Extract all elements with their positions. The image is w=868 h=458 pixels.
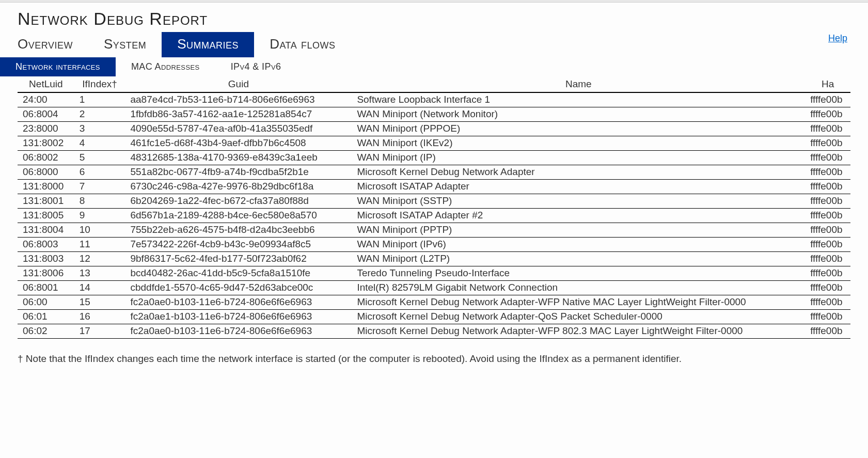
cell-name: Microsoft ISATAP Adapter #2 <box>352 209 805 223</box>
cell-netluid: 131:8001 <box>18 194 74 209</box>
help-link[interactable]: Help <box>828 32 850 44</box>
cell-guid: 461fc1e5-d68f-43b4-9aef-dfbb7b6c4508 <box>125 136 352 151</box>
cell-ifindex: 3 <box>74 122 125 136</box>
table-row[interactable]: 06:8003117e573422-226f-4cb9-b43c-9e09934… <box>18 238 850 252</box>
col-guid[interactable]: Guid <box>125 77 352 92</box>
cell-ifindex: 7 <box>74 180 125 194</box>
cell-ifindex: 8 <box>74 194 125 209</box>
tab-summaries[interactable]: Summaries <box>162 32 254 57</box>
cell-ifindex: 2 <box>74 107 125 122</box>
table-row[interactable]: 06:800114cbddfde1-5570-4c65-9d47-52d63ab… <box>18 281 850 295</box>
cell-ifindex: 5 <box>74 151 125 165</box>
cell-guid: 6730c246-c98a-427e-9976-8b29dbc6f18a <box>125 180 352 194</box>
tab-overview[interactable]: Overview <box>18 32 88 57</box>
subtab-mac-addresses[interactable]: MAC Addresses <box>116 57 215 76</box>
cell-name: WAN Miniport (L2TP) <box>352 252 805 266</box>
table-row[interactable]: 131:800410755b22eb-a626-4575-b4f8-d2a4bc… <box>18 223 850 238</box>
cell-guid: 7e573422-226f-4cb9-b43c-9e09934af8c5 <box>125 238 352 252</box>
table-row[interactable]: 131:800076730c246-c98a-427e-9976-8b29dbc… <box>18 180 850 194</box>
cell-ifindex: 6 <box>74 165 125 180</box>
table-row[interactable]: 131:800596d567b1a-2189-4288-b4ce-6ec580e… <box>18 209 850 223</box>
cell-ifindex: 4 <box>74 136 125 151</box>
cell-ifindex: 1 <box>74 92 125 107</box>
table-row[interactable]: 06:0015fc2a0ae0-b103-11e6-b724-806e6f6e6… <box>18 295 850 310</box>
cell-ha: ffffe00b <box>805 281 850 295</box>
cell-name: Software Loopback Interface 1 <box>352 92 805 107</box>
cell-ha: ffffe00b <box>805 310 850 324</box>
cell-guid: fc2a0ae0-b103-11e6-b724-806e6f6e6963 <box>125 295 352 310</box>
cell-ha: ffffe00b <box>805 165 850 180</box>
cell-netluid: 06:8003 <box>18 238 74 252</box>
table-row[interactable]: 06:0217fc2a0ae0-b103-11e6-b724-806e6f6e6… <box>18 324 850 339</box>
main-tabs: Overview System Summaries Data flows Hel… <box>18 32 850 57</box>
cell-guid: 9bf86317-5c62-4fed-b177-50f723ab0f62 <box>125 252 352 266</box>
cell-ha: ffffe00b <box>805 223 850 238</box>
cell-ha: ffffe00b <box>805 252 850 266</box>
cell-netluid: 06:8004 <box>18 107 74 122</box>
network-interfaces-table: NetLuid IfIndex† Guid Name Ha 24:001aa87… <box>18 77 850 339</box>
cell-netluid: 131:8005 <box>18 209 74 223</box>
cell-guid: 4090e55d-5787-47ea-af0b-41a355035edf <box>125 122 352 136</box>
col-ha[interactable]: Ha <box>805 77 850 92</box>
subtab-network-interfaces[interactable]: Network interfaces <box>0 57 116 76</box>
cell-guid: fc2a0ae0-b103-11e6-b724-806e6f6e6963 <box>125 324 352 339</box>
cell-netluid: 131:8000 <box>18 180 74 194</box>
cell-ifindex: 14 <box>74 281 125 295</box>
cell-ifindex: 11 <box>74 238 125 252</box>
table-row[interactable]: 23:800034090e55d-5787-47ea-af0b-41a35503… <box>18 122 850 136</box>
cell-netluid: 131:8002 <box>18 136 74 151</box>
sub-tabs: Network interfaces MAC Addresses IPv4 & … <box>0 57 868 76</box>
tab-system[interactable]: System <box>88 32 162 57</box>
cell-ha: ffffe00b <box>805 324 850 339</box>
cell-name: WAN Miniport (Network Monitor) <box>352 107 805 122</box>
table-row[interactable]: 131:80024461fc1e5-d68f-43b4-9aef-dfbb7b6… <box>18 136 850 151</box>
subtab-ipv4-ipv6[interactable]: IPv4 & IPv6 <box>215 57 297 76</box>
cell-guid: 6d567b1a-2189-4288-b4ce-6ec580e8a570 <box>125 209 352 223</box>
cell-name: WAN Miniport (IP) <box>352 151 805 165</box>
table-row[interactable]: 06:80006551a82bc-0677-4fb9-a74b-f9cdba5f… <box>18 165 850 180</box>
cell-name: Microsoft Kernel Debug Network Adapter-Q… <box>352 310 805 324</box>
page-title: Network Debug Report <box>18 9 850 29</box>
cell-ha: ffffe00b <box>805 266 850 281</box>
cell-name: Microsoft Kernel Debug Network Adapter <box>352 165 805 180</box>
cell-name: Microsoft Kernel Debug Network Adapter-W… <box>352 295 805 310</box>
cell-guid: fc2a0ae1-b103-11e6-b724-806e6f6e6963 <box>125 310 352 324</box>
page-header: Network Debug Report Overview System Sum… <box>0 3 868 57</box>
table-row[interactable]: 06:800421fbfdb86-3a57-4162-aa1e-125281a8… <box>18 107 850 122</box>
cell-ha: ffffe00b <box>805 136 850 151</box>
cell-netluid: 24:00 <box>18 92 74 107</box>
table-row[interactable]: 131:800186b204269-1a22-4fec-b672-cfa37a8… <box>18 194 850 209</box>
table-row[interactable]: 131:800613bcd40482-26ac-41dd-b5c9-5cfa8a… <box>18 266 850 281</box>
cell-netluid: 06:01 <box>18 310 74 324</box>
cell-guid: 755b22eb-a626-4575-b4f8-d2a4bc3eebb6 <box>125 223 352 238</box>
tab-data-flows[interactable]: Data flows <box>254 32 351 57</box>
cell-ifindex: 9 <box>74 209 125 223</box>
table-row[interactable]: 24:001aa87e4cd-7b53-11e6-b714-806e6f6e69… <box>18 92 850 107</box>
cell-ha: ffffe00b <box>805 151 850 165</box>
cell-netluid: 06:8000 <box>18 165 74 180</box>
table-row[interactable]: 06:8002548312685-138a-4170-9369-e8439c3a… <box>18 151 850 165</box>
cell-guid: bcd40482-26ac-41dd-b5c9-5cfa8a1510fe <box>125 266 352 281</box>
cell-netluid: 131:8004 <box>18 223 74 238</box>
footnote: † Note that the IfIndex changes each tim… <box>18 339 850 365</box>
cell-guid: aa87e4cd-7b53-11e6-b714-806e6f6e6963 <box>125 92 352 107</box>
cell-netluid: 23:8000 <box>18 122 74 136</box>
cell-netluid: 06:00 <box>18 295 74 310</box>
col-netluid[interactable]: NetLuid <box>18 77 74 92</box>
cell-ha: ffffe00b <box>805 295 850 310</box>
cell-guid: 551a82bc-0677-4fb9-a74b-f9cdba5f2b1e <box>125 165 352 180</box>
table-row[interactable]: 131:8003129bf86317-5c62-4fed-b177-50f723… <box>18 252 850 266</box>
cell-name: WAN Miniport (PPTP) <box>352 223 805 238</box>
cell-name: Microsoft Kernel Debug Network Adapter-W… <box>352 324 805 339</box>
cell-ha: ffffe00b <box>805 92 850 107</box>
cell-ha: ffffe00b <box>805 238 850 252</box>
cell-guid: 48312685-138a-4170-9369-e8439c3a1eeb <box>125 151 352 165</box>
table-row[interactable]: 06:0116fc2a0ae1-b103-11e6-b724-806e6f6e6… <box>18 310 850 324</box>
col-name[interactable]: Name <box>352 77 805 92</box>
content-area: NetLuid IfIndex† Guid Name Ha 24:001aa87… <box>0 77 868 365</box>
col-ifindex[interactable]: IfIndex† <box>74 77 125 92</box>
cell-netluid: 06:8002 <box>18 151 74 165</box>
cell-guid: 6b204269-1a22-4fec-b672-cfa37a80f88d <box>125 194 352 209</box>
table-header-row: NetLuid IfIndex† Guid Name Ha <box>18 77 850 92</box>
cell-guid: 1fbfdb86-3a57-4162-aa1e-125281a854c7 <box>125 107 352 122</box>
